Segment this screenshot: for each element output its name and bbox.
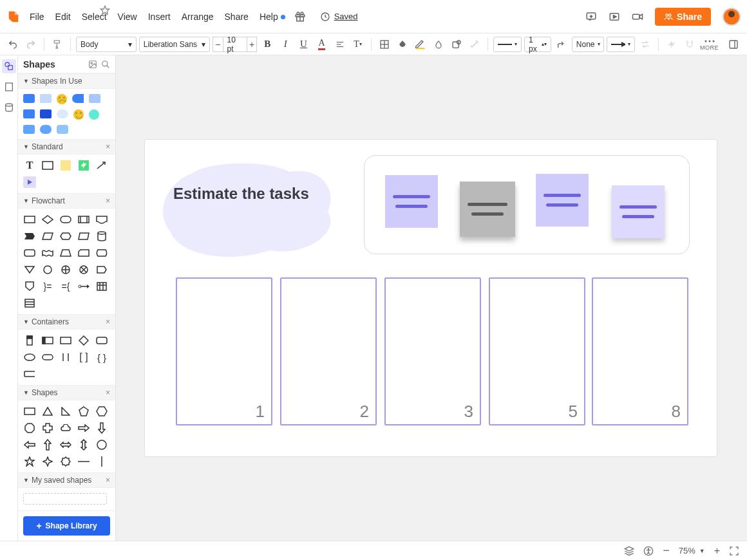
fc-trap[interactable] [59,247,72,259]
text-color-icon[interactable]: A [314,36,329,53]
section-my-saved[interactable]: ▼My saved shapes× [18,472,115,488]
magnet-icon[interactable] [682,36,697,53]
line-width-select[interactable]: 1 px▴▾ [524,37,551,52]
zoom-out-icon[interactable]: − [663,544,670,557]
sh-rtri[interactable] [59,406,72,417]
sticky-note-3[interactable] [536,174,589,227]
close-icon[interactable]: × [106,142,110,151]
cnt-braces[interactable]: { } [95,351,108,363]
section-shapes[interactable]: ▼Shapes× [18,385,115,400]
fc-sumjunc[interactable] [59,264,72,275]
close-icon[interactable]: × [106,476,110,485]
section-shapes-in-use[interactable]: ▼Shapes In Use [18,73,115,89]
swatch-lightblue[interactable] [40,94,52,103]
sticky-note-4[interactable] [612,185,665,238]
favorite-star[interactable] [100,5,110,15]
user-avatar[interactable] [723,8,741,26]
action-icon[interactable] [664,36,679,53]
sh-tri[interactable] [41,406,54,417]
arrow-shape[interactable] [95,160,108,171]
panels-icon[interactable] [725,36,742,53]
saved-placeholder[interactable] [23,493,107,505]
swatch-lightblue2[interactable] [57,125,68,134]
swatch-blue-rounded[interactable] [23,94,35,103]
layers-icon[interactable] [624,546,634,556]
cnt-hlane[interactable] [41,335,54,346]
rect-shape[interactable] [41,160,54,171]
cnt-pill[interactable] [41,351,54,363]
section-flowchart[interactable]: ▼Flowchart× [18,193,115,209]
data-tab-icon[interactable] [2,100,16,115]
fc-pentagon[interactable] [95,264,108,275]
swap-ends-icon[interactable] [638,36,653,53]
menu-help[interactable]: Help [260,12,285,22]
italic-icon[interactable]: I [278,36,293,53]
sh-vline[interactable] [95,456,108,467]
task-box-3[interactable]: 3 [384,277,481,425]
font-size-minus[interactable]: − [213,37,223,52]
font-size-stepper[interactable]: − 10 pt + [213,37,257,52]
emoji-sad-icon[interactable] [57,94,67,104]
style-select[interactable]: Body▾ [76,37,137,52]
sh-hex[interactable] [95,406,108,417]
format-painter-icon[interactable] [50,36,65,53]
task-box-1[interactable]: 1 [176,277,272,425]
cnt-round[interactable] [95,335,108,346]
swatch-paleblue-circ[interactable] [57,109,68,118]
fc-or[interactable] [77,264,90,275]
fc-cylinder[interactable] [95,230,108,242]
swatch-blue[interactable] [23,109,35,118]
sh-arrow-lr[interactable] [59,439,72,451]
menu-insert[interactable]: Insert [148,12,171,22]
swatch-darkblue[interactable] [40,109,52,118]
sticky-note-2[interactable] [460,182,515,237]
task-box-5[interactable]: 5 [489,277,585,425]
comment-icon[interactable]: + [585,11,597,23]
fullscreen-icon[interactable] [729,546,739,556]
image-icon[interactable] [88,60,97,69]
cnt-brackets[interactable]: [ ] [77,351,90,363]
fc-brace-l[interactable]: ={ [59,281,72,292]
close-icon[interactable]: × [106,196,110,205]
cnt-half[interactable] [23,368,36,380]
sh-arrow-ud[interactable] [77,439,90,451]
sh-arrow-u[interactable] [41,439,54,451]
cloud-shape[interactable] [154,160,341,258]
fc-brace-r[interactable]: }= [41,281,54,292]
swatch-teal-circ[interactable] [89,109,99,120]
close-icon[interactable]: × [106,317,110,326]
shape-style-icon[interactable] [449,36,464,53]
video-icon[interactable] [632,11,643,23]
present-icon[interactable] [609,11,620,23]
font-size-plus[interactable]: + [247,37,258,52]
fc-list[interactable] [23,297,36,309]
fc-tri-down[interactable] [23,264,36,275]
zoom-in-icon[interactable]: + [714,545,720,557]
sh-hline[interactable] [77,456,90,467]
fc-display[interactable] [23,230,36,242]
sh-4star[interactable] [41,456,54,467]
note-shape[interactable] [59,160,72,171]
play-shape[interactable] [23,176,36,188]
menu-file[interactable]: File [30,12,44,22]
sh-arrow-l[interactable] [23,439,36,451]
fc-shield[interactable] [23,281,36,292]
swatch-midblue[interactable] [23,125,35,134]
fc-line[interactable] [77,281,90,292]
line-style-select[interactable]: ▾ [493,37,522,52]
page-tab-icon[interactable] [2,80,16,94]
swatch-skyblue[interactable] [89,94,100,103]
sh-rect[interactable] [23,406,36,417]
fc-predef[interactable] [77,214,90,225]
text-shape[interactable]: T [23,160,36,171]
opacity-icon[interactable] [431,36,446,53]
border-color-icon[interactable] [413,36,428,53]
sh-oct[interactable] [23,422,36,434]
fc-parallel[interactable] [77,230,90,242]
task-box-2[interactable]: 2 [280,277,377,425]
redo-icon[interactable] [23,36,39,53]
fc-hex[interactable] [59,230,72,242]
notes-container[interactable] [364,155,690,254]
shape-library-button[interactable]: + Shape Library [23,516,110,536]
close-icon[interactable]: × [106,388,110,397]
